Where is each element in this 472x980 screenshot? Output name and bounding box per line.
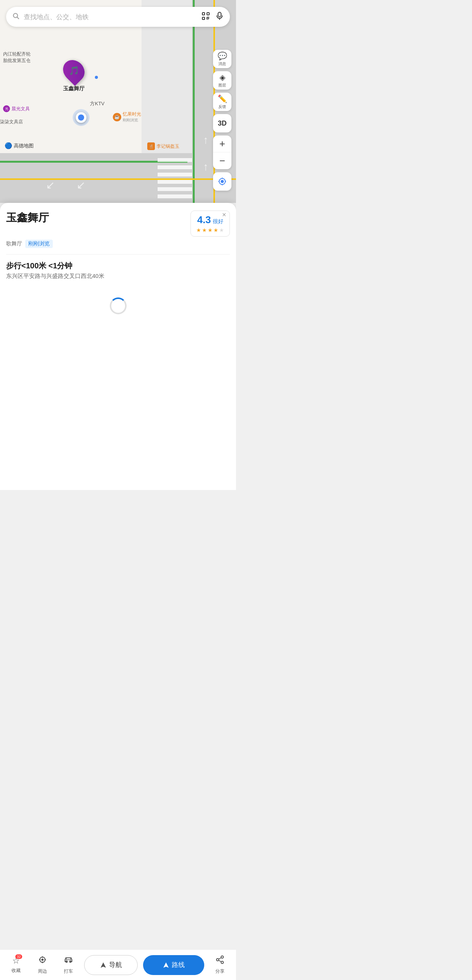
zoom-controls: + − [213,136,231,169]
message-icon: 💬 [218,51,227,60]
qiqi-label: 柒柒文具店 [0,119,23,124]
zoom-in-icon: + [219,138,225,150]
svg-rect-4 [202,17,205,20]
star-3: ★ [208,227,213,233]
svg-point-11 [221,180,224,183]
ktv-label: 方KTV [90,100,104,107]
yellow-line-horizontal [0,178,236,180]
bottom-spacer [6,322,230,360]
gaode-logo: 🔵 高德地图 [5,142,34,149]
star-1: ★ [196,227,201,233]
road-arrow-up: ↑ [203,134,208,146]
recently-visited-tag[interactable]: 刚刚浏览 [25,240,53,248]
address-text: 东兴区平安路与兴盛路交叉口西北40米 [6,273,230,280]
svg-rect-2 [202,13,205,15]
star-5: ★ [219,227,224,233]
location-inner-ring [76,112,86,123]
location-dot [78,114,84,121]
search-bar[interactable]: 查找地点、公交、地铁 [6,7,230,27]
zoom-out-button[interactable]: − [213,152,231,169]
close-button[interactable]: × [218,209,230,220]
layer-label: 图层 [218,83,226,88]
gaode-logo-icon: 🔵 [5,142,12,149]
category-tag: 歌舞厅 [6,240,22,247]
feedback-label: 反馈 [218,104,226,109]
locate-button[interactable] [213,172,231,191]
poi-pin: 🎵 [59,56,89,86]
map-small-dot [95,76,98,79]
layer-icon: ◈ [220,73,225,82]
loading-spinner [110,297,127,314]
feedback-icon: ✏️ [218,94,227,103]
zoom-out-icon: − [219,155,225,167]
3d-button[interactable]: 3D [213,114,231,132]
location-outer-ring [73,109,90,126]
map-area[interactable]: ↑ ↑ ↙ ↙ 内江轮配齐轮胎批发第五仓 光 晨光文具 柒柒文具店 方KTV ☕… [0,0,236,203]
svg-line-1 [17,17,19,19]
3d-label: 3D [218,119,226,127]
loading-area [6,282,230,322]
road-arrow-up2: ↑ [203,161,208,173]
liji-label: 李记锅盔玉 [156,143,179,150]
mic-icon[interactable] [215,11,224,22]
yiguo-info: 忆果时光 刚刚浏览 [123,111,141,123]
zoom-in-button[interactable]: + [213,136,231,152]
star-4: ★ [213,227,218,233]
layer-button[interactable]: ◈ 图层 [213,71,231,90]
poi-marker-label: 玉鑫舞厅 [63,85,85,92]
distance-row: 步行<100米 <1分钟 东兴区平安路与兴盛路交叉口西北40米 [6,261,230,280]
road-arrow-left: ↙ [46,179,55,191]
locate-icon [218,177,227,186]
map-label-chenguang: 光 晨光文具 [3,105,30,112]
star-2: ★ [202,227,207,233]
search-icon [12,12,20,22]
chenguang-icon: 光 [3,105,10,112]
poi-liji[interactable]: 🍴 李记锅盔玉 [147,142,179,150]
divider [6,254,230,255]
message-button[interactable]: 💬 消息 [213,50,231,68]
current-location [73,109,90,126]
liji-icon: 🍴 [147,142,155,150]
crosswalk-vertical [158,153,192,203]
scan-icon[interactable] [202,12,210,22]
detail-panel: × 玉鑫舞厅 4.3 很好 ★ ★ ★ ★ ★ 歌舞厅 刚刚浏览 步行<100米… [0,203,236,490]
yiguo-icon: ☕ [113,113,121,121]
place-title: 玉鑫舞厅 [6,211,49,225]
dance-icon: 🎵 [69,66,79,76]
gaode-logo-text: 高德地图 [14,142,34,149]
rating-stars: ★ ★ ★ ★ ★ [196,227,224,233]
svg-rect-9 [218,12,221,17]
place-header: 玉鑫舞厅 4.3 很好 ★ ★ ★ ★ ★ [6,211,230,237]
map-label-qiqi: 柒柒文具店 [0,119,23,125]
road-arrow-down: ↙ [76,179,85,191]
right-toolbar: 💬 消息 ◈ 图层 ✏️ 反馈 3D + − [213,50,231,191]
green-border-right [193,0,195,203]
poi-yuxin-marker[interactable]: 🎵 玉鑫舞厅 [63,59,85,92]
map-label-neijianglun: 内江轮配齐轮胎批发第五仓 [3,51,31,64]
rating-number: 4.3 [197,214,211,226]
tags-row: 歌舞厅 刚刚浏览 [6,240,230,248]
svg-rect-3 [207,13,209,15]
feedback-button[interactable]: ✏️ 反馈 [213,93,231,111]
message-label: 消息 [218,61,226,67]
poi-yiguo[interactable]: ☕ 忆果时光 刚刚浏览 [113,111,141,123]
search-placeholder: 查找地点、公交、地铁 [24,13,202,21]
chenguang-label: 晨光文具 [11,106,30,112]
distance-text: 步行<100米 <1分钟 [6,261,230,271]
